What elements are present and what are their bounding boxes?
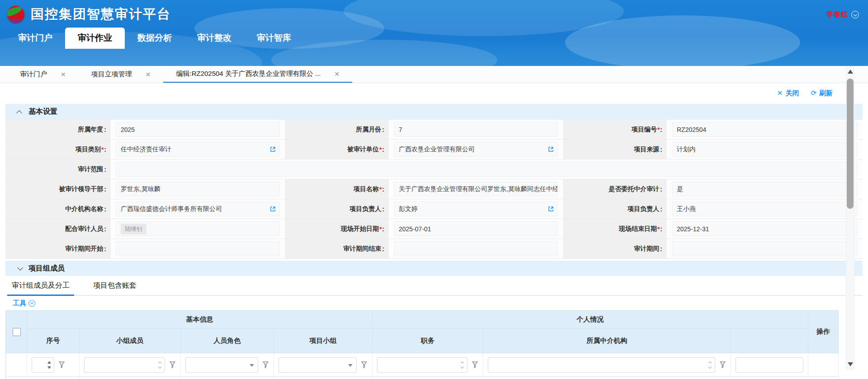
period-field[interactable]	[672, 241, 858, 256]
field-label: 项目负责人:	[563, 199, 668, 219]
close-icon[interactable]: ✕	[61, 71, 66, 78]
tab-edit-project[interactable]: 编辑:RZ202504 关于广西农垦企业管理有限公 ... ✕	[163, 66, 352, 83]
scrollbar-thumb[interactable]	[847, 79, 854, 209]
audited-unit-field[interactable]: 广西农垦企业管理有限公司	[394, 142, 558, 157]
cell-operation: ⇅	[808, 377, 838, 379]
tab-members-division[interactable]: 审计组成员及分工	[12, 276, 70, 295]
cell-member: 陆继钊	[79, 377, 180, 379]
member-tag[interactable]: 陆继钊	[121, 224, 146, 234]
column-header-seq[interactable]: 序号	[27, 329, 80, 353]
extra-filter-input[interactable]	[736, 357, 803, 373]
form-row: 审计期间开始: 审计期间结束: 审计期间:	[5, 239, 863, 259]
spinner-down-icon[interactable]	[47, 366, 51, 369]
close-icon[interactable]: ✕	[146, 71, 151, 78]
filter-icon[interactable]	[169, 361, 176, 369]
year-field[interactable]: 2025	[116, 122, 280, 137]
period-start-field[interactable]	[116, 241, 280, 256]
filter-icon[interactable]	[361, 361, 368, 369]
field-label: 所属年度:	[5, 120, 112, 139]
field-label: 所属月份:	[285, 120, 390, 139]
members-section-header[interactable]: 项目组成员	[5, 261, 863, 276]
refresh-icon: ⟳	[811, 89, 816, 97]
scope-field[interactable]	[116, 162, 858, 177]
form-row: 所属年度: 2025 所属月份: 7 项目编号*: RZ202504	[5, 120, 863, 140]
user-menu[interactable]: 李春红	[826, 10, 859, 19]
category-field[interactable]: 任中经济责任审计	[116, 142, 280, 157]
basic-settings-header[interactable]: 基本设置	[5, 104, 863, 119]
nav-item-data-analysis[interactable]: 数据分析	[125, 28, 184, 49]
field-label: 项目名称*:	[285, 179, 390, 199]
close-icon[interactable]: ✕	[335, 70, 340, 78]
period-end-field[interactable]	[394, 241, 558, 256]
group-header-basic: 基本信息	[27, 311, 373, 329]
tab-project-setup[interactable]: 项目立项管理 ✕	[79, 66, 164, 83]
column-header-role[interactable]: 人员角色	[180, 329, 274, 353]
seq-filter-input[interactable]	[32, 357, 54, 373]
table-row[interactable]: 1 陆继钊 中介机构人员 任中经济责任审计组 广西瑞信盛德会计师事务所有限公司 …	[6, 377, 839, 379]
vertical-scrollbar[interactable]	[846, 66, 854, 370]
scrollbar-up-icon[interactable]	[848, 70, 853, 74]
members-subtabs: 审计组成员及分工 项目包含账套	[5, 276, 863, 296]
leader-field[interactable]: 彭文婷	[394, 201, 558, 216]
column-header-agency[interactable]: 所属中介机构	[483, 329, 731, 353]
field-label: 审计期间结束:	[285, 239, 390, 258]
month-field[interactable]: 7	[394, 122, 558, 137]
column-header-operation: 操作	[808, 311, 838, 353]
chevron-down-icon[interactable]	[28, 300, 35, 307]
cell-duty	[372, 377, 483, 379]
tab-project-ledgers[interactable]: 项目包含账套	[93, 276, 137, 295]
select-all-checkbox[interactable]	[13, 328, 21, 336]
role-filter-select[interactable]	[185, 357, 258, 373]
collapse-icon[interactable]	[16, 110, 22, 116]
page-actions: ✕ 关闭 ⟳ 刷新	[0, 83, 868, 103]
spinner-up-icon[interactable]	[47, 361, 51, 364]
dropdown-arrow-icon[interactable]	[250, 364, 254, 367]
select-all-cell	[6, 311, 27, 353]
audited-leaders-field[interactable]: 罗世东,莫咏麟	[116, 182, 280, 197]
close-button[interactable]: ✕ 关闭	[777, 89, 799, 98]
column-header-member[interactable]: 小组成员	[79, 329, 180, 353]
external-link-icon[interactable]	[547, 206, 554, 214]
tools-menu[interactable]: 工具	[13, 299, 26, 308]
field-label: 被审计单位*:	[285, 140, 390, 159]
nav-item-audit-rectify[interactable]: 审计整改	[184, 28, 244, 49]
source-field[interactable]: 计划内	[672, 142, 858, 157]
scrollbar-down-icon[interactable]	[848, 362, 853, 366]
filter-icon[interactable]	[58, 361, 65, 369]
field-start-date[interactable]: 2025-07-01	[394, 221, 558, 236]
chevron-down-icon[interactable]	[851, 11, 859, 19]
app-title: 国控集团智慧审计平台	[31, 5, 171, 23]
user-name[interactable]: 李春红	[826, 10, 848, 19]
nav-item-audit-portal[interactable]: 审计门户	[5, 28, 65, 49]
intermediary-field[interactable]: 广西瑞信盛德会计师事务所有限公司	[116, 201, 280, 216]
nav-item-audit-knowledge[interactable]: 审计智库	[244, 28, 304, 49]
members-table: 基本信息 个人情况 操作 序号 小组成员 人员角色 项目小组 职务 所属中介机构	[5, 310, 863, 379]
field-label: 项目类别*:	[5, 140, 112, 159]
project-name-field[interactable]: 关于广西农垦企业管理有限公司罗世东,莫咏麟同志任中经	[394, 182, 558, 197]
agency-filter-combo[interactable]	[488, 357, 715, 373]
nav-item-audit-work[interactable]: 审计作业	[65, 28, 125, 49]
column-header-team[interactable]: 项目小组	[274, 329, 372, 353]
member-filter-combo[interactable]	[84, 357, 165, 373]
filter-icon[interactable]	[719, 361, 726, 369]
filter-icon[interactable]	[262, 361, 269, 369]
project-no-field[interactable]: RZ202504	[672, 122, 858, 137]
duty-filter-combo[interactable]	[377, 357, 467, 373]
dropdown-arrow-icon[interactable]	[348, 364, 353, 367]
cell-team: 任中经济责任审计组	[274, 377, 372, 379]
expand-icon[interactable]	[17, 265, 23, 271]
external-link-icon[interactable]	[547, 146, 554, 154]
external-link-icon[interactable]	[269, 206, 276, 214]
assist-field[interactable]: 陆继钊	[116, 221, 280, 236]
leader2-field[interactable]: 王小燕	[672, 201, 858, 216]
field-label: 项目来源:	[563, 140, 668, 159]
filter-icon[interactable]	[472, 361, 478, 369]
tab-audit-portal[interactable]: 审计门户 ✕	[7, 66, 79, 83]
column-header-duty[interactable]: 职务	[372, 329, 483, 353]
field-end-date[interactable]: 2025-12-31	[672, 221, 858, 236]
refresh-button[interactable]: ⟳ 刷新	[811, 89, 833, 98]
entrust-field[interactable]: 是	[672, 182, 858, 197]
team-filter-select[interactable]	[278, 357, 357, 373]
column-header-extra[interactable]	[731, 329, 808, 353]
external-link-icon[interactable]	[269, 146, 276, 154]
